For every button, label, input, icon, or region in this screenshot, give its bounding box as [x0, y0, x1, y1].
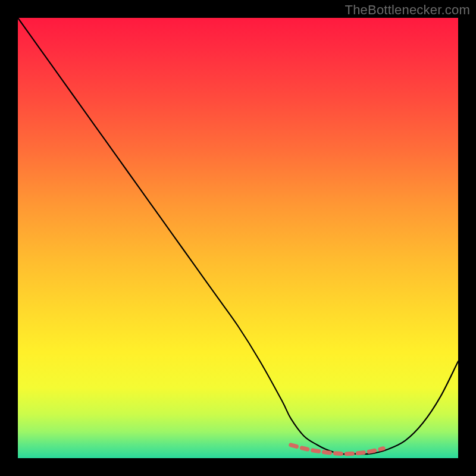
chart-background [18, 18, 458, 458]
chart-stage: TheBottlenecker.com [0, 0, 476, 476]
attribution-label: TheBottlenecker.com [345, 2, 470, 18]
chart-svg [0, 0, 476, 476]
